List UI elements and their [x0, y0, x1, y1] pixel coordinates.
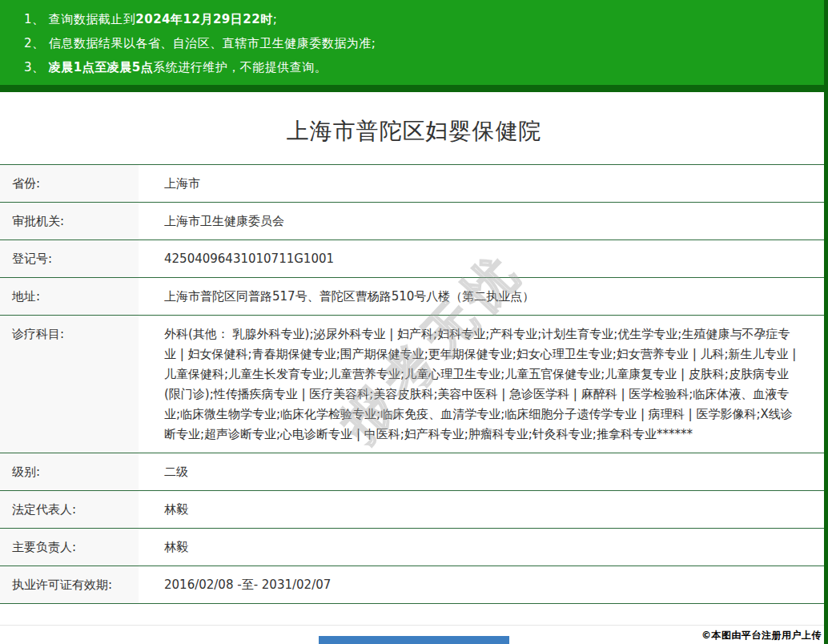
field-value: 上海市 [139, 165, 824, 202]
field-label: 诊疗科目: [0, 316, 139, 453]
table-row-approval-authority: 审批机关: 上海市卫生健康委员会 [0, 203, 824, 240]
notice-banner: 1、 查询数据截止到2024年12月29日22时; 2、 信息数据结果以各省、自… [0, 0, 828, 92]
upload-caption: ©本图由平台注册用户上传 [701, 629, 822, 642]
notice-1-bold: 2024年12月29日22时 [135, 12, 272, 26]
footer-divider [0, 625, 824, 626]
notice-3-bold: 凌晨1点至凌晨5点 [49, 60, 153, 74]
field-label: 主要负责人: [0, 529, 139, 566]
field-value: 林毅 [139, 529, 824, 566]
field-value: 42504096431010711G1001 [139, 240, 824, 277]
table-row-main-person-in-charge: 主要负责人: 林毅 [0, 529, 824, 566]
table-row-legal-representative: 法定代表人: 林毅 [0, 491, 824, 529]
field-value: 二级 [139, 453, 824, 490]
notice-1-text: 1、 查询数据截止到 [24, 12, 135, 26]
notice-3-text: 3、 [24, 60, 49, 74]
table-row-medical-subjects: 诊疗科目: 外科(其他： 乳腺外科专业);泌尿外科专业 | 妇产科;妇科专业;产… [0, 316, 824, 453]
notice-line-3: 3、 凌晨1点至凌晨5点系统进行维护，不能提供查询。 [24, 55, 820, 79]
institution-info-table: 省份: 上海市 审批机关: 上海市卫生健康委员会 登记号: 4250409643… [0, 164, 824, 604]
close-window-button[interactable]: 【关闭窗口】 [319, 636, 509, 644]
field-label: 地址: [0, 278, 139, 315]
field-value: 林毅 [139, 491, 824, 528]
field-value: 外科(其他： 乳腺外科专业);泌尿外科专业 | 妇产科;妇科专业;产科专业;计划… [139, 316, 824, 453]
notice-1-tail: ; [273, 12, 278, 26]
field-label: 法定代表人: [0, 491, 139, 528]
table-row-province: 省份: 上海市 [0, 165, 824, 203]
notice-line-2: 2、 信息数据结果以各省、自治区、直辖市卫生健康委数据为准; [24, 31, 820, 55]
field-value: 上海市卫生健康委员会 [139, 203, 824, 239]
notice-2-text: 2、 信息数据结果以各省、自治区、直辖市卫生健康委数据为准; [24, 36, 376, 50]
table-row-level: 级别: 二级 [0, 453, 824, 491]
field-label: 省份: [0, 165, 139, 202]
field-label: 执业许可证有效期: [0, 566, 139, 603]
notice-3-tail: 系统进行维护，不能提供查询。 [153, 60, 327, 74]
page-title: 上海市普陀区妇婴保健院 [0, 116, 828, 147]
field-value: 2016/02/08 -至- 2031/02/07 [139, 566, 824, 603]
field-label: 级别: [0, 453, 139, 490]
field-value: 上海市普陀区同普路517号、普陀区曹杨路510号八楼（第二执业点） [139, 278, 824, 315]
table-row-license-validity: 执业许可证有效期: 2016/02/08 -至- 2031/02/07 [0, 566, 824, 604]
field-label: 审批机关: [0, 203, 139, 239]
table-row-address: 地址: 上海市普陀区同普路517号、普陀区曹杨路510号八楼（第二执业点） [0, 278, 824, 316]
table-row-registration-number: 登记号: 42504096431010711G1001 [0, 240, 824, 278]
window-right-edge [824, 0, 828, 644]
notice-line-1: 1、 查询数据截止到2024年12月29日22时; [24, 7, 820, 31]
field-label: 登记号: [0, 240, 139, 277]
